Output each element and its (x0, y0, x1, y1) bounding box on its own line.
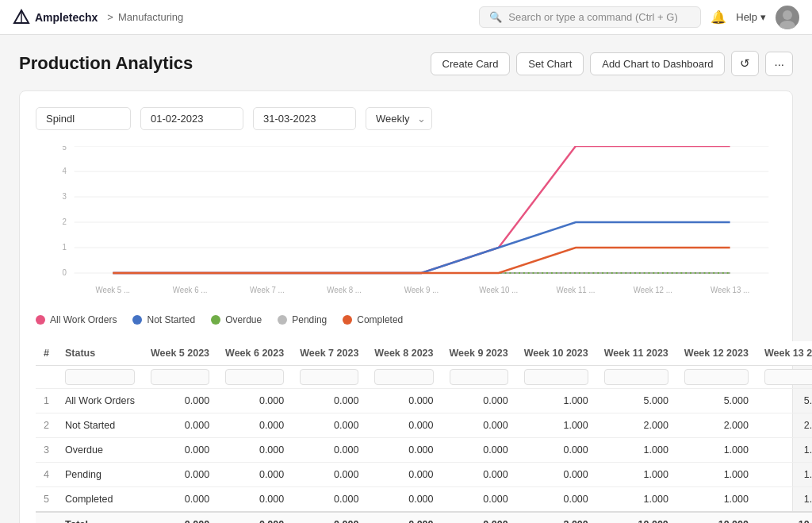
svg-text:Week 12 ...: Week 12 ... (634, 286, 672, 294)
row-num: 4 (36, 463, 57, 487)
col-header-w10: Week 10 2023 (516, 341, 596, 366)
header-actions: Create Card Set Chart Add Chart to Dashb… (431, 51, 793, 76)
svg-text:Week 5 ...: Week 5 ... (95, 286, 130, 294)
breadcrumb-page: Manufacturing (118, 11, 183, 23)
total-cell: 10.000 (676, 512, 756, 523)
app-logo[interactable]: Ampletechx (13, 9, 98, 26)
row-cell: 0.000 (217, 438, 292, 463)
filter-status[interactable] (65, 369, 135, 385)
svg-text:Week 11 ...: Week 11 ... (557, 286, 596, 294)
col-header-status: Status (57, 341, 143, 366)
set-chart-button[interactable]: Set Chart (516, 52, 584, 75)
legend-completed: Completed (343, 314, 403, 325)
user-avatar[interactable] (776, 6, 799, 29)
filter-w6[interactable] (225, 369, 284, 385)
search-bar[interactable]: 🔍 Search or type a command (Ctrl + G) (479, 6, 701, 28)
add-chart-button[interactable]: Add Chart to Dashboard (590, 52, 725, 75)
row-cell: 1.000 (596, 438, 676, 463)
total-cell: 0.000 (217, 512, 292, 523)
row-cell: 2.000 (596, 413, 676, 438)
row-cell: 1.000 (516, 413, 596, 438)
filter-w13[interactable] (764, 369, 812, 385)
more-options-button[interactable]: ··· (765, 52, 793, 76)
row-cell: 1.000 (516, 389, 596, 413)
col-header-w9: Week 9 2023 (442, 341, 516, 366)
row-cell: 0.000 (366, 389, 441, 413)
total-cell: 0.000 (292, 512, 366, 523)
col-header-w13: Week 13 2023 (756, 341, 812, 366)
filter-w11[interactable] (604, 369, 668, 385)
row-cell: 0.000 (442, 438, 516, 463)
refresh-button[interactable]: ↺ (731, 51, 759, 76)
content-card: Weekly Daily Monthly 0 1 2 3 (19, 90, 793, 523)
nav-actions: 🔔 Help ▾ (710, 6, 799, 29)
total-cell: 0.000 (366, 512, 441, 523)
create-card-button[interactable]: Create Card (431, 52, 511, 75)
total-cell: 0.000 (442, 512, 516, 523)
row-cell: 1.000 (596, 463, 676, 487)
row-status: Overdue (57, 438, 143, 463)
date-to-filter[interactable] (253, 107, 356, 130)
table-row: 4Pending0.0000.0000.0000.0000.0000.0001.… (36, 463, 812, 487)
row-cell: 0.000 (366, 438, 441, 463)
frequency-select[interactable]: Weekly Daily Monthly (366, 107, 432, 130)
col-header-w6: Week 6 2023 (217, 341, 292, 366)
row-cell: 0.000 (516, 438, 596, 463)
row-cell: 0.000 (292, 463, 366, 487)
page-header: Production Analytics Create Card Set Cha… (19, 51, 793, 76)
chart-svg: 0 1 2 3 4 5 Week 5 ... Week 6 ... Week 7… (36, 146, 776, 305)
row-cell: 0.000 (143, 463, 217, 487)
svg-text:5: 5 (63, 146, 67, 152)
row-cell: 2.000 (756, 413, 812, 438)
filter-w5[interactable] (151, 369, 209, 385)
row-cell: 2.000 (676, 413, 756, 438)
legend-dot-all (36, 315, 45, 325)
col-header-num: # (36, 341, 57, 366)
row-status: All Work Orders (57, 389, 143, 413)
search-placeholder: Search or type a command (Ctrl + G) (508, 11, 678, 23)
row-cell: 0.000 (366, 413, 441, 438)
svg-text:Week 13 ...: Week 13 ... (710, 286, 749, 294)
svg-text:2: 2 (63, 217, 67, 226)
filter-w9[interactable] (450, 369, 508, 385)
filter-w12[interactable] (684, 369, 749, 385)
col-header-w5: Week 5 2023 (143, 341, 217, 366)
row-cell: 0.000 (292, 389, 366, 413)
table-row: 3Overdue0.0000.0000.0000.0000.0000.0001.… (36, 438, 812, 463)
row-num: 2 (36, 413, 57, 438)
legend-dot-not-started (132, 315, 142, 325)
svg-text:0: 0 (63, 268, 67, 277)
date-from-filter[interactable] (140, 107, 243, 130)
col-header-w12: Week 12 2023 (676, 341, 756, 366)
total-row: Total0.0000.0000.0000.0000.0002.00010.00… (36, 512, 812, 523)
chart-legend: All Work Orders Not Started Overdue Pend… (36, 314, 776, 325)
filter-w10[interactable] (524, 369, 588, 385)
frequency-select-wrap: Weekly Daily Monthly (366, 107, 432, 130)
row-cell: 1.000 (596, 487, 676, 513)
legend-dot-completed (343, 315, 352, 325)
total-cell: 10.000 (756, 512, 812, 523)
svg-text:Week 10 ...: Week 10 ... (479, 286, 518, 294)
legend-dot-pending (278, 315, 287, 325)
spindle-filter[interactable] (36, 107, 131, 130)
svg-point-3 (779, 21, 795, 29)
svg-text:Week 9 ...: Week 9 ... (404, 286, 439, 294)
total-label: Total (57, 512, 143, 523)
filter-w8[interactable] (374, 369, 433, 385)
chart-area: 0 1 2 3 4 5 Week 5 ... Week 6 ... Week 7… (36, 146, 776, 305)
row-cell: 5.000 (596, 389, 676, 413)
main-content: Production Analytics Create Card Set Cha… (0, 35, 812, 523)
col-header-w8: Week 8 2023 (366, 341, 441, 366)
notifications-bell[interactable]: 🔔 (710, 10, 726, 25)
svg-text:Week 8 ...: Week 8 ... (327, 286, 362, 294)
filter-w7[interactable] (300, 369, 358, 385)
row-cell: 0.000 (217, 487, 292, 513)
search-icon: 🔍 (489, 11, 502, 23)
table-body: 1All Work Orders0.0000.0000.0000.0000.00… (36, 389, 812, 524)
row-cell: 0.000 (442, 389, 516, 413)
help-menu[interactable]: Help ▾ (736, 11, 766, 23)
row-cell: 0.000 (143, 438, 217, 463)
row-cell: 5.000 (756, 389, 812, 413)
svg-text:3: 3 (63, 192, 67, 201)
row-num: 3 (36, 438, 57, 463)
